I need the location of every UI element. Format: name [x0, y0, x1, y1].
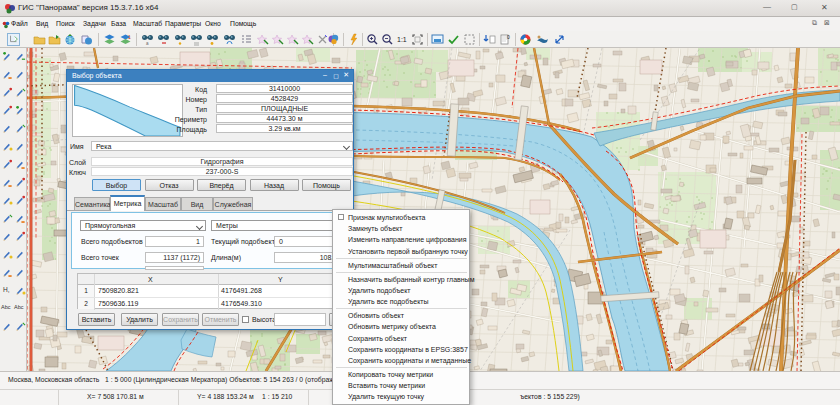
svg-text:0: 0	[507, 34, 510, 40]
svg-text:1: 1	[128, 34, 131, 40]
svg-text:1:1: 1:1	[397, 36, 407, 43]
svg-text:a: a	[146, 41, 149, 46]
